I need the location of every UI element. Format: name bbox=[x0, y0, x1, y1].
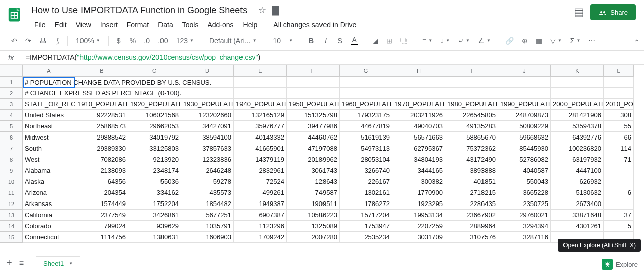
cell[interactable]: 53594378 bbox=[551, 121, 604, 132]
menu-format[interactable]: Format bbox=[123, 19, 153, 31]
sheet-tab[interactable]: Sheet1▼ bbox=[36, 256, 80, 270]
row-header[interactable]: 10 bbox=[0, 176, 23, 187]
cell[interactable]: 14379119 bbox=[234, 154, 287, 165]
increase-decimal-icon[interactable]: .00 bbox=[155, 35, 171, 47]
cell[interactable] bbox=[392, 77, 445, 88]
cell[interactable]: 15717204 bbox=[340, 210, 392, 221]
cell[interactable]: 248709873 bbox=[498, 110, 551, 121]
cell[interactable]: 75372362 bbox=[445, 143, 498, 154]
cell[interactable]: 1990_POPULATION bbox=[498, 99, 551, 110]
cell[interactable]: 5130632 bbox=[551, 187, 604, 198]
cell[interactable]: 179323175 bbox=[340, 110, 392, 121]
cell[interactable]: 401851 bbox=[445, 176, 498, 187]
cell[interactable]: 4040587 bbox=[498, 165, 551, 176]
cell[interactable]: 40143332 bbox=[234, 132, 287, 143]
cell[interactable]: Arizona bbox=[23, 187, 75, 198]
cell[interactable]: 85445930 bbox=[498, 143, 551, 154]
cell[interactable]: 5677251 bbox=[181, 210, 234, 221]
cell[interactable]: Colorado bbox=[23, 221, 75, 232]
row-header[interactable]: 12 bbox=[0, 198, 23, 210]
cell[interactable]: 3266740 bbox=[340, 165, 392, 176]
formula-input[interactable]: =IMPORTDATA("http://www.census.gov/2010c… bbox=[26, 53, 260, 62]
cell[interactable]: 59278 bbox=[181, 176, 234, 187]
menu-insert[interactable]: Insert bbox=[96, 19, 122, 31]
cell[interactable]: 1753947 bbox=[340, 221, 392, 232]
cell[interactable]: 1302161 bbox=[340, 187, 392, 198]
cell[interactable]: 151325798 bbox=[287, 110, 340, 121]
font-size-select[interactable]: 10▼ bbox=[269, 36, 297, 46]
cell[interactable]: 3444165 bbox=[392, 165, 445, 176]
cell[interactable]: 1980_POPULATION bbox=[445, 99, 498, 110]
cell[interactable]: 56571663 bbox=[392, 132, 445, 143]
cell[interactable]: Arkansas bbox=[23, 198, 75, 210]
undo-icon[interactable]: ↶ bbox=[8, 35, 20, 47]
cell[interactable]: 114 bbox=[604, 143, 634, 154]
cell[interactable]: 3294394 bbox=[498, 221, 551, 232]
col-header-D[interactable]: D bbox=[181, 65, 234, 76]
cell[interactable]: 3426861 bbox=[128, 210, 181, 221]
col-header-J[interactable]: J bbox=[498, 65, 551, 76]
cell[interactable]: California bbox=[23, 210, 75, 221]
cell[interactable]: Northeast bbox=[23, 121, 75, 132]
row-header[interactable]: 13 bbox=[0, 210, 23, 221]
cell[interactable]: 749587 bbox=[287, 187, 340, 198]
cell[interactable]: 939629 bbox=[128, 221, 181, 232]
row-header[interactable]: 14 bbox=[0, 221, 23, 232]
redo-icon[interactable]: ↷ bbox=[22, 35, 34, 47]
cell[interactable]: 1380631 bbox=[128, 232, 181, 243]
col-header-G[interactable]: G bbox=[340, 65, 392, 76]
more-icon[interactable]: ⋯ bbox=[585, 35, 598, 47]
cell[interactable]: 281421906 bbox=[551, 110, 604, 121]
cell[interactable]: 37 bbox=[604, 210, 634, 221]
all-sheets-icon[interactable]: ≡ bbox=[19, 259, 24, 268]
share-button[interactable]: Share bbox=[590, 4, 636, 20]
cell[interactable]: 44460762 bbox=[287, 132, 340, 143]
cell[interactable]: 3107576 bbox=[445, 232, 498, 243]
col-header-A[interactable]: A bbox=[23, 65, 75, 76]
cell[interactable] bbox=[181, 88, 234, 99]
cell[interactable]: 1325089 bbox=[287, 221, 340, 232]
wrap-icon[interactable]: ⤶▼ bbox=[455, 35, 473, 47]
cell[interactable]: 1970_POPULATION bbox=[392, 99, 445, 110]
cell[interactable]: Alabama bbox=[23, 165, 75, 176]
col-header-H[interactable]: H bbox=[392, 65, 445, 76]
row-header[interactable]: 7 bbox=[0, 143, 23, 154]
cell[interactable]: 35976777 bbox=[234, 121, 287, 132]
cell[interactable]: 2348174 bbox=[128, 165, 181, 176]
cell[interactable]: 550043 bbox=[498, 176, 551, 187]
cell[interactable]: 2718215 bbox=[445, 187, 498, 198]
row-header[interactable]: 3 bbox=[0, 99, 23, 110]
cell[interactable]: 64356 bbox=[75, 176, 128, 187]
cell[interactable]: 34804193 bbox=[392, 154, 445, 165]
explore-button[interactable]: Explore bbox=[602, 259, 638, 270]
cell[interactable] bbox=[234, 88, 287, 99]
cell[interactable]: 7082086 bbox=[75, 154, 128, 165]
functions-icon[interactable]: Σ▼ bbox=[567, 35, 584, 47]
cell[interactable]: # POPULATION CHANGE DATA PROVIDED BY U.S… bbox=[23, 77, 75, 88]
cell[interactable]: 226545805 bbox=[445, 110, 498, 121]
halign-icon[interactable]: ≡▼ bbox=[419, 35, 435, 47]
cell[interactable]: 1854482 bbox=[181, 198, 234, 210]
cell[interactable]: 1930_POPULATION bbox=[181, 99, 234, 110]
menu-edit[interactable]: Edit bbox=[51, 19, 71, 31]
cell[interactable]: 71 bbox=[604, 154, 634, 165]
cell[interactable]: 5 bbox=[604, 221, 634, 232]
saved-status[interactable]: All changes saved in Drive bbox=[269, 19, 360, 31]
cell[interactable]: 29389330 bbox=[75, 143, 128, 154]
comment-icon[interactable]: ⊕ bbox=[519, 35, 531, 47]
cell[interactable]: 33871648 bbox=[551, 210, 604, 221]
italic-icon[interactable]: I bbox=[319, 35, 332, 47]
cell[interactable] bbox=[445, 77, 498, 88]
menu-add-ons[interactable]: Add-ons bbox=[203, 19, 237, 31]
cell[interactable]: 2138093 bbox=[75, 165, 128, 176]
col-header-F[interactable]: F bbox=[287, 65, 340, 76]
cell[interactable]: 29662053 bbox=[128, 121, 181, 132]
strike-icon[interactable]: S bbox=[334, 35, 346, 47]
cell[interactable]: 2007280 bbox=[287, 232, 340, 243]
cell[interactable] bbox=[498, 77, 551, 88]
cell[interactable]: 2673400 bbox=[551, 198, 604, 210]
cell[interactable]: 300382 bbox=[392, 176, 445, 187]
cell[interactable] bbox=[445, 88, 498, 99]
cell[interactable]: 435573 bbox=[181, 187, 234, 198]
cell[interactable]: 25868573 bbox=[75, 121, 128, 132]
